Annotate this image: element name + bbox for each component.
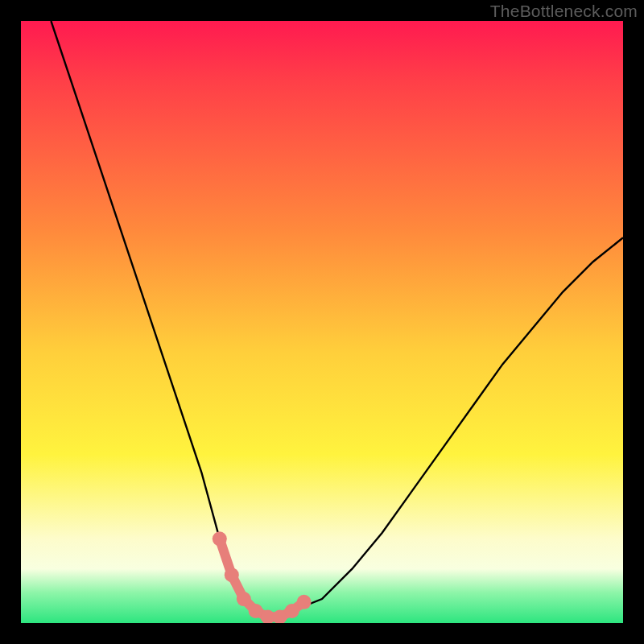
- min-highlight-dot: [225, 568, 239, 582]
- min-highlight-dot: [237, 592, 251, 606]
- chart-frame: TheBottleneck.com: [0, 0, 644, 644]
- plot-area: [21, 21, 623, 623]
- min-highlight-dot: [285, 604, 299, 618]
- min-highlight-dots: [213, 531, 312, 623]
- bottleneck-curve: [51, 21, 623, 617]
- min-highlight-dot: [297, 595, 312, 609]
- min-highlight-dot: [213, 531, 227, 546]
- watermark-text: TheBottleneck.com: [490, 2, 638, 21]
- plot-svg: [21, 21, 623, 623]
